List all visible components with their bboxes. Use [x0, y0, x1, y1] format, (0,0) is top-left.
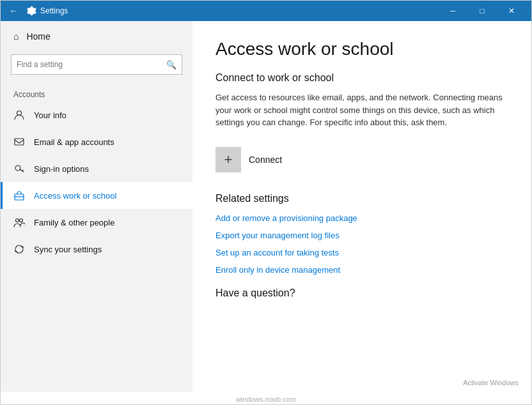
svg-point-2 — [15, 165, 20, 171]
window-controls: ─ □ ✕ — [438, 1, 526, 21]
sidebar: ⌂ Home 🔍 Accounts Your info — [1, 21, 192, 392]
key-icon — [13, 163, 25, 174]
sidebar-home[interactable]: ⌂ Home — [1, 21, 192, 52]
connect-plus-icon: + — [215, 147, 241, 172]
sidebar-item-label-sync: Sync your settings — [34, 245, 102, 254]
have-question-title: Have a question? — [215, 287, 508, 299]
related-link-management-log[interactable]: Export your management log files — [215, 231, 508, 240]
sidebar-item-your-info[interactable]: Your info — [1, 102, 192, 128]
settings-window: ← Settings ─ □ ✕ ⌂ Home 🔍 Accounts — [0, 0, 532, 405]
connect-label: Connect — [249, 155, 282, 165]
description-text: Get access to resources like email, apps… — [215, 91, 508, 129]
email-icon — [13, 136, 25, 148]
related-link-enroll-device[interactable]: Enroll only in device management — [215, 265, 508, 275]
person-icon — [13, 109, 25, 121]
svg-rect-1 — [15, 139, 24, 145]
page-title: Access work or school — [215, 39, 508, 59]
sync-icon — [13, 243, 25, 255]
briefcase-icon — [13, 190, 25, 201]
section-title: Connect to work or school — [215, 72, 508, 84]
settings-icon — [26, 6, 36, 16]
sidebar-item-sync-settings[interactable]: Sync your settings — [1, 236, 192, 263]
svg-point-4 — [16, 219, 19, 222]
search-input[interactable] — [17, 60, 166, 69]
content-area: Access work or school Connect to work or… — [192, 21, 531, 392]
sidebar-item-label-access-work: Access work or school — [34, 191, 116, 201]
sidebar-item-email-app-accounts[interactable]: Email & app accounts — [1, 128, 192, 155]
svg-point-5 — [20, 219, 23, 222]
search-box[interactable]: 🔍 — [11, 54, 182, 75]
home-icon: ⌂ — [13, 31, 19, 42]
connect-button[interactable]: + Connect — [215, 144, 282, 175]
titlebar: ← Settings ─ □ ✕ — [1, 1, 531, 21]
main-area: ⌂ Home 🔍 Accounts Your info — [1, 21, 531, 392]
search-icon: 🔍 — [166, 60, 176, 70]
related-settings-title: Related settings — [215, 193, 508, 204]
back-button[interactable]: ← — [6, 3, 21, 19]
sidebar-item-access-work-school[interactable]: Access work or school — [1, 182, 192, 209]
sidebar-item-sign-in-options[interactable]: Sign-in options — [1, 155, 192, 182]
sidebar-item-label-sign-in: Sign-in options — [34, 164, 89, 174]
window-title: Settings — [40, 6, 438, 15]
maximize-button[interactable]: □ — [467, 1, 497, 21]
family-icon — [13, 217, 25, 228]
related-link-account-tests[interactable]: Set up an account for taking tests — [215, 248, 508, 257]
sidebar-item-family-other-people[interactable]: Family & other people — [1, 209, 192, 236]
activate-watermark: Activate Windows — [463, 379, 519, 386]
sidebar-item-label-your-info: Your info — [34, 111, 66, 120]
minimize-button[interactable]: ─ — [438, 1, 467, 21]
close-button[interactable]: ✕ — [497, 1, 526, 21]
home-label: Home — [26, 31, 50, 42]
sidebar-section-label: Accounts — [1, 85, 192, 102]
sidebar-item-label-family: Family & other people — [34, 218, 114, 227]
related-link-provisioning[interactable]: Add or remove a provisioning package — [215, 213, 508, 223]
sidebar-item-label-email: Email & app accounts — [34, 137, 114, 147]
site-watermark: windows-noob.com — [1, 392, 531, 404]
